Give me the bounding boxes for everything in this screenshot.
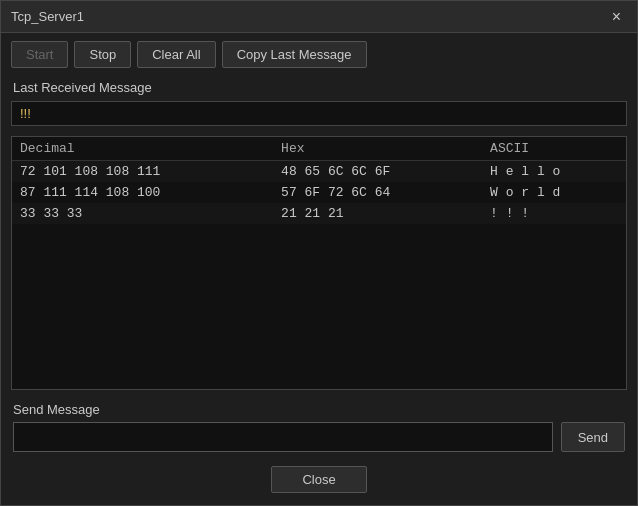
main-window: Tcp_Server1 × Start Stop Clear All Copy … [0,0,638,506]
cell-ascii: H e l l o [482,161,626,183]
start-button[interactable]: Start [11,41,68,68]
col-ascii: ASCII [482,137,626,161]
toolbar: Start Stop Clear All Copy Last Message [1,33,637,76]
table-row: 33 33 3321 21 21! ! ! [12,203,626,224]
cell-ascii: W o r l d [482,182,626,203]
col-decimal: Decimal [12,137,273,161]
cell-ascii: ! ! ! [482,203,626,224]
cell-hex: 57 6F 72 6C 64 [273,182,482,203]
window-title: Tcp_Server1 [11,9,84,24]
table-row: 87 111 114 108 10057 6F 72 6C 64W o r l … [12,182,626,203]
bottom-close-button[interactable]: Close [271,466,366,493]
last-message-value: !!! [11,101,627,126]
table-row: 72 101 108 108 11148 65 6C 6C 6FH e l l … [12,161,626,183]
stop-button[interactable]: Stop [74,41,131,68]
col-hex: Hex [273,137,482,161]
close-window-button[interactable]: × [606,7,627,27]
clear-button[interactable]: Clear All [137,41,215,68]
data-table-container: Decimal Hex ASCII 72 101 108 108 11148 6… [11,136,627,390]
cell-hex: 48 65 6C 6C 6F [273,161,482,183]
title-bar: Tcp_Server1 × [1,1,637,33]
cell-hex: 21 21 21 [273,203,482,224]
send-section: Send Message Send [1,394,637,456]
copy-last-message-button[interactable]: Copy Last Message [222,41,367,68]
send-label: Send Message [13,402,625,417]
last-received-label: Last Received Message [1,76,637,97]
send-button[interactable]: Send [561,422,625,452]
send-row: Send [13,422,625,452]
cell-decimal: 72 101 108 108 111 [12,161,273,183]
data-table: Decimal Hex ASCII 72 101 108 108 11148 6… [12,137,626,224]
cell-decimal: 33 33 33 [12,203,273,224]
send-input[interactable] [13,422,553,452]
bottom-bar: Close [1,456,637,505]
cell-decimal: 87 111 114 108 100 [12,182,273,203]
